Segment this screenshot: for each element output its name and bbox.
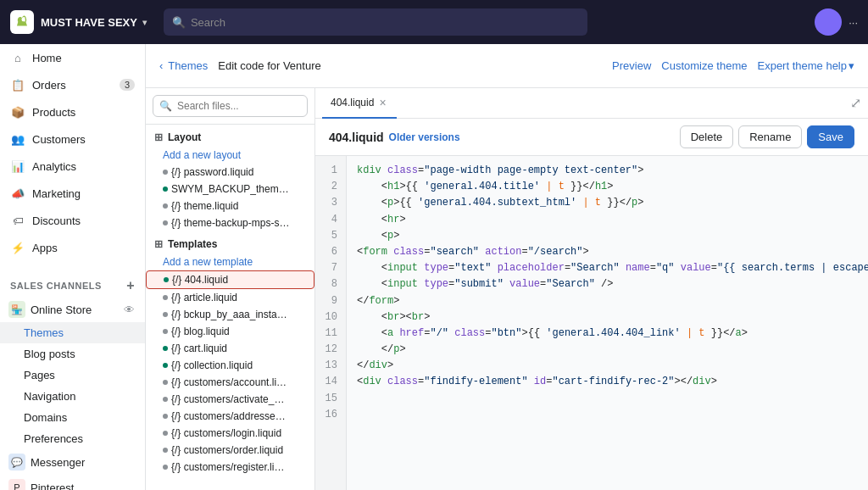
breadcrumb: ‹ Themes Edit code for Venture [159,59,321,72]
breadcrumb-link[interactable]: Themes [168,59,208,72]
code-area: 404.liquid × ⤢ 404.liquid Older versions… [315,88,868,490]
sidebar-item-analytics[interactable]: 📊 Analytics [0,153,145,180]
search-bar[interactable]: 🔍 [164,8,587,36]
file-dot [163,397,168,402]
file-dot [163,203,168,209]
main-layout: ⌂ Home 📋 Orders 3 📦 Products 👥 Customers… [0,44,868,490]
sidebar-item-customers[interactable]: 👥 Customers [0,125,145,153]
file-item-404[interactable]: {/} 404.liquid [146,270,314,289]
avatar [815,8,842,36]
file-dot [163,312,168,317]
analytics-icon: 📊 [10,159,25,174]
file-item-article[interactable]: {/} article.liquid [146,289,314,306]
search-icon: 🔍 [172,16,186,29]
file-dot-green [164,277,169,282]
older-versions-link[interactable]: Older versions [389,131,460,143]
content-area: ‹ Themes Edit code for Venture Preview C… [146,44,868,490]
store-chevron-icon: ▾ [142,18,147,27]
preview-link[interactable]: Preview [612,59,651,72]
top-navigation: MUST HAVE SEXY ▾ 🔍 ··· [0,0,868,44]
sidebar-item-apps[interactable]: ⚡ Apps [0,234,145,261]
file-item-customers-register[interactable]: {/} customers/register.liquid [146,459,314,476]
customize-theme-link[interactable]: Customize theme [661,59,747,72]
file-item-customers-login[interactable]: {/} customers/login.liquid [146,425,314,442]
file-list: ⊞ Layout Add a new layout {/} password.l… [146,125,314,490]
sidebar-sub-themes[interactable]: Themes [0,322,145,343]
code-line-8: <input type="text" placeholder="Search" … [357,260,858,276]
sidebar-sub-pages[interactable]: Pages [0,365,145,386]
rename-button[interactable]: Rename [738,125,802,148]
code-line-10: </form> [357,293,858,309]
file-dot-green [163,346,168,351]
chevron-back-icon: ‹ [159,59,163,72]
file-dot-green [163,363,168,368]
delete-button[interactable]: Delete [680,125,734,148]
sidebar-item-pinterest[interactable]: P Pinterest [0,475,145,490]
sidebar-item-online-store[interactable]: 🏪 Online Store 👁 [0,297,145,322]
file-dot [163,329,168,334]
file-item-theme-backup[interactable]: {/} theme-backup-mps-sales-not [146,214,314,231]
sidebar-item-home[interactable]: ⌂ Home [0,44,145,71]
code-line-11: <br><br> [357,309,858,326]
close-tab-icon[interactable]: × [377,96,387,109]
file-item-password[interactable]: {/} password.liquid [146,164,314,181]
user-name: ··· [849,16,858,29]
file-item-customers-order[interactable]: {/} customers/order.liquid [146,442,314,459]
online-store-icon: 🏪 [8,301,25,318]
store-name-label[interactable]: MUST HAVE SEXY ▾ [41,16,147,29]
sidebar-item-products[interactable]: 📦 Products [0,98,145,125]
line-numbers: 1 2 3 4 5 6 7 8 9 10 11 12 13 14 [315,156,347,490]
file-dot-green [163,187,168,192]
templates-section-header: ⊞ Templates [146,231,314,253]
discounts-icon: 🏷 [10,213,25,228]
file-dot [163,170,168,175]
file-item-collection[interactable]: {/} collection.liquid [146,357,314,374]
sidebar-sub-preferences[interactable]: Preferences [0,428,145,449]
editor-layout: 🔍 ⊞ Layout Add a new layout {/} password… [146,88,868,490]
eye-icon[interactable]: 👁 [124,303,135,316]
save-button[interactable]: Save [807,125,854,148]
file-search-icon: 🔍 [159,100,172,112]
sidebar-sub-domains[interactable]: Domains [0,407,145,428]
expert-chevron-icon: ▾ [849,59,854,72]
file-item-theme[interactable]: {/} theme.liquid [146,198,314,214]
sidebar: ⌂ Home 📋 Orders 3 📦 Products 👥 Customers… [0,44,146,490]
fullscreen-icon[interactable]: ⤢ [850,95,861,111]
add-new-template-link[interactable]: Add a new template [146,253,314,270]
sidebar-item-discounts[interactable]: 🏷 Discounts [0,207,145,234]
breadcrumb-current: Edit code for Venture [218,59,320,72]
file-item-cart[interactable]: {/} cart.liquid [146,340,314,357]
folder-icon: ⊞ [154,131,163,143]
code-lines[interactable]: kdiv class="page-width page-empty text-c… [347,156,868,490]
file-item-bckup[interactable]: {/} bckup_by_aaa_insta_feed_inde [146,306,314,323]
file-dot [163,380,168,385]
sidebar-item-marketing[interactable]: 📣 Marketing [0,180,145,207]
add-channel-icon[interactable]: + [126,278,135,293]
store-icon [10,10,34,34]
file-item-customers-account[interactable]: {/} customers/account.liquid [146,374,314,391]
code-tab-404[interactable]: 404.liquid × [322,88,397,119]
code-line-1: kdiv class="page-width page-empty text-c… [357,163,858,179]
file-panel: 🔍 ⊞ Layout Add a new layout {/} password… [146,88,315,490]
code-line-7: <form class="search" action="/search"> [357,244,858,260]
orders-badge: 3 [120,79,135,91]
file-item-customers-activate[interactable]: {/} customers/activate_account.li [146,391,314,408]
expert-help-link[interactable]: Expert theme help ▾ [757,59,854,72]
sidebar-item-messenger[interactable]: 💬 Messenger [0,449,145,475]
file-item-swym-backup[interactable]: SWYM_BACKUP_theme.liquid [146,181,314,198]
file-dot [163,431,168,436]
code-header: 404.liquid Older versions Delete Rename … [315,119,868,156]
file-search-input[interactable] [153,95,308,117]
code-line-16: <div class="findify-element" id="cart-fi… [357,374,858,390]
file-dot [163,295,168,300]
add-new-layout-link[interactable]: Add a new layout [146,147,314,164]
apps-icon: ⚡ [10,240,25,255]
sidebar-sub-blog-posts[interactable]: Blog posts [0,343,145,365]
sidebar-sub-navigation[interactable]: Navigation [0,386,145,407]
file-item-blog[interactable]: {/} blog.liquid [146,323,314,340]
file-item-customers-addresses[interactable]: {/} customers/addresses.liquid [146,408,314,425]
sidebar-item-orders[interactable]: 📋 Orders 3 [0,71,145,98]
home-icon: ⌂ [10,50,25,65]
search-input[interactable] [191,16,579,29]
file-search: 🔍 [146,88,314,125]
